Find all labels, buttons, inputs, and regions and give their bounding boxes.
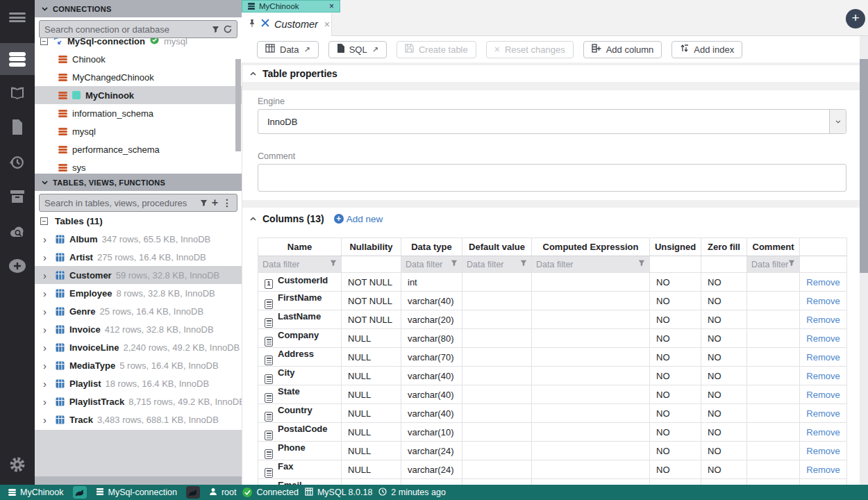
column-unsigned-cell[interactable]: NO xyxy=(650,423,701,442)
column-header[interactable]: Unsigned xyxy=(650,238,701,256)
column-datatype-cell[interactable]: varchar(24) xyxy=(401,442,462,460)
tables-search-input[interactable] xyxy=(44,198,196,208)
column-zerofill-cell[interactable]: NO xyxy=(701,460,747,479)
column-header[interactable]: Computed Expression xyxy=(532,238,650,256)
add-new-column-link[interactable]: + Add new xyxy=(334,214,383,224)
sidebar-table-item[interactable]: › Track 3,483 rows, 688.1 KB, InnoDB xyxy=(35,410,242,428)
column-unsigned-cell[interactable]: NO xyxy=(650,404,701,423)
column-computed-cell[interactable] xyxy=(532,479,650,485)
column-nullability-cell[interactable]: NULL xyxy=(342,329,401,348)
column-row[interactable]: PostalCode NULL varchar(10) NO NO Remove xyxy=(258,423,847,442)
kebab-menu-icon[interactable]: ⋮ xyxy=(222,198,232,208)
column-unsigned-cell[interactable]: NO xyxy=(650,385,701,404)
column-nullability-cell[interactable]: NULL xyxy=(342,385,401,404)
connections-section-header[interactable]: CONNECTIONS xyxy=(35,0,242,17)
column-nullability-cell[interactable]: NULL xyxy=(342,404,401,423)
sidebar-database-item[interactable]: performance_schema xyxy=(35,140,242,158)
column-computed-cell[interactable] xyxy=(532,292,650,310)
column-unsigned-cell[interactable]: NO xyxy=(650,367,701,385)
column-computed-cell[interactable] xyxy=(532,385,650,404)
rail-tab-scripts[interactable] xyxy=(0,112,35,144)
column-computed-cell[interactable] xyxy=(532,310,650,329)
filter-funnel-icon[interactable] xyxy=(451,260,458,267)
column-row[interactable]: Country NULL varchar(40) NO NO Remove xyxy=(258,404,847,423)
column-row[interactable]: Fax NULL varchar(24) NO NO Remove xyxy=(258,460,847,479)
tab-customer[interactable]: Customer × xyxy=(242,12,332,36)
filter-cell[interactable]: Data filter xyxy=(462,256,532,273)
sidebar-table-item[interactable]: › MediaType 5 rows, 16.4 KB, InnoDB xyxy=(35,356,242,374)
status-connection[interactable]: MySql-connection xyxy=(96,488,177,498)
column-comment-cell[interactable] xyxy=(747,479,800,485)
chevron-right-icon[interactable]: › xyxy=(43,252,51,262)
column-header[interactable]: Comment xyxy=(747,238,800,256)
sidebar-database-item[interactable]: sys xyxy=(35,158,242,174)
column-default-cell[interactable] xyxy=(462,292,532,310)
filter-funnel-icon[interactable] xyxy=(788,260,795,267)
column-datatype-cell[interactable]: int xyxy=(401,273,462,292)
column-comment-cell[interactable] xyxy=(747,292,800,310)
column-datatype-cell[interactable]: varchar(20) xyxy=(401,310,462,329)
column-datatype-cell[interactable]: varchar(10) xyxy=(401,423,462,442)
sidebar-database-item[interactable]: information_schema xyxy=(35,104,242,122)
sidebar-table-item[interactable]: › Invoice 412 rows, 32.8 KB, InnoDB xyxy=(35,320,242,338)
sidebar-scrollbar-thumb[interactable] xyxy=(235,59,241,151)
refresh-icon[interactable] xyxy=(224,25,232,33)
column-comment-cell[interactable] xyxy=(747,442,800,460)
chevron-right-icon[interactable]: › xyxy=(43,324,51,335)
new-tab-button[interactable]: + xyxy=(846,9,865,28)
column-default-cell[interactable] xyxy=(462,273,532,292)
column-header[interactable]: Zero fill xyxy=(701,238,747,256)
rail-tab-query-history[interactable] xyxy=(0,148,35,180)
rail-tab-database-navigator[interactable] xyxy=(0,43,35,75)
sidebar-table-item[interactable]: › Artist 275 rows, 16.4 KB, InnoDB xyxy=(35,248,242,266)
add-column-button[interactable]: Add column xyxy=(583,41,662,58)
column-default-cell[interactable] xyxy=(462,479,532,485)
remove-column-link[interactable]: Remove xyxy=(806,315,840,325)
column-header[interactable] xyxy=(800,238,847,256)
column-computed-cell[interactable] xyxy=(532,367,650,385)
column-computed-cell[interactable] xyxy=(532,329,650,348)
chevron-right-icon[interactable]: › xyxy=(43,415,51,425)
tables-search[interactable]: + ⋮ xyxy=(39,194,237,212)
column-row[interactable]: FirstName NOT NULL varchar(40) NO NO Rem… xyxy=(258,292,847,310)
chevron-right-icon[interactable]: › xyxy=(43,397,51,407)
column-header[interactable]: Name xyxy=(258,238,342,256)
column-unsigned-cell[interactable]: NO xyxy=(650,310,701,329)
sidebar-table-item[interactable]: › Employee 8 rows, 32.8 KB, InnoDB xyxy=(35,284,242,302)
filter-placeholder[interactable]: Data filter xyxy=(467,260,504,269)
column-unsigned-cell[interactable]: NO xyxy=(650,442,701,460)
column-row[interactable]: City NULL varchar(40) NO NO Remove xyxy=(258,367,847,385)
column-nullability-cell[interactable]: NULL xyxy=(342,423,401,442)
column-default-cell[interactable] xyxy=(462,423,532,442)
filter-cell[interactable]: Data filter xyxy=(258,256,342,273)
remove-column-link[interactable]: Remove xyxy=(806,296,840,306)
sidebar-table-item[interactable]: › Album 347 rows, 65.5 KB, InnoDB xyxy=(35,230,242,248)
column-zerofill-cell[interactable]: NO xyxy=(701,367,747,385)
tab-mychinook[interactable]: MyChinook × xyxy=(242,0,340,12)
close-icon[interactable]: × xyxy=(324,19,330,30)
column-computed-cell[interactable] xyxy=(532,460,650,479)
chevron-right-icon[interactable]: › xyxy=(43,378,51,389)
column-row[interactable]: LastName NOT NULL varchar(20) NO NO Remo… xyxy=(258,310,847,329)
column-nullability-cell[interactable]: NOT NULL xyxy=(342,479,401,485)
main-scrollbar-thumb[interactable] xyxy=(860,59,868,273)
sidebar-table-item[interactable]: › PlaylistTrack 8,715 rows, 49.2 KB, Inn… xyxy=(35,392,242,410)
sidebar-table-item[interactable]: › Playlist 18 rows, 16.4 KB, InnoDB xyxy=(35,374,242,392)
column-default-cell[interactable] xyxy=(462,348,532,367)
column-zerofill-cell[interactable]: NO xyxy=(701,329,747,348)
remove-column-link[interactable]: Remove xyxy=(806,333,840,344)
column-default-cell[interactable] xyxy=(462,329,532,348)
column-nullability-cell[interactable]: NULL xyxy=(342,348,401,367)
column-datatype-cell[interactable]: varchar(24) xyxy=(401,460,462,479)
filter-funnel-icon[interactable] xyxy=(638,260,645,267)
close-icon[interactable]: × xyxy=(329,1,334,11)
remove-column-link[interactable]: Remove xyxy=(806,446,840,456)
column-zerofill-cell[interactable]: NO xyxy=(701,423,747,442)
column-unsigned-cell[interactable]: NO xyxy=(650,479,701,485)
engine-select[interactable]: InnoDB xyxy=(258,109,846,134)
column-default-cell[interactable] xyxy=(462,404,532,423)
connection-search-input[interactable] xyxy=(44,24,208,35)
column-datatype-cell[interactable]: varchar(40) xyxy=(401,367,462,385)
sql-button[interactable]: SQL ↗ xyxy=(328,41,387,58)
column-comment-cell[interactable] xyxy=(747,273,800,292)
